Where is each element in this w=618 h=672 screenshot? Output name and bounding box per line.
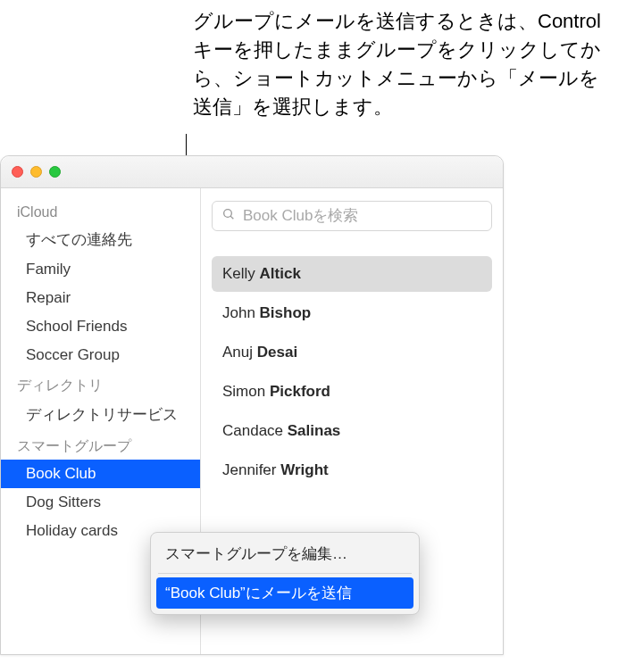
- menu-item[interactable]: スマートグループを編集…: [151, 538, 419, 569]
- minimize-button[interactable]: [30, 166, 42, 178]
- contact-last-name: Pickford: [270, 383, 330, 400]
- sidebar-section-header: スマートグループ: [1, 430, 200, 460]
- svg-line-1: [230, 216, 233, 219]
- contact-first-name: Anuj: [222, 344, 257, 361]
- sidebar-item[interactable]: すべての連絡先: [1, 224, 200, 255]
- menu-item[interactable]: “Book Club”にメールを送信: [156, 577, 413, 609]
- sidebar-item[interactable]: Repair: [1, 284, 200, 312]
- contact-first-name: Jennifer: [222, 461, 280, 478]
- search-input[interactable]: [243, 207, 482, 225]
- contact-first-name: Candace: [222, 422, 288, 439]
- contact-row[interactable]: John Bishop: [212, 295, 492, 331]
- sidebar-item[interactable]: Dog Sitters: [1, 488, 200, 517]
- contacts-list: Kelly AltickJohn BishopAnuj DesaiSimon P…: [212, 256, 492, 488]
- sidebar-section-header: iCloud: [1, 197, 200, 224]
- instruction-caption: グループにメールを送信するときは、Controlキーを押したままグループをクリッ…: [193, 7, 611, 121]
- contact-row[interactable]: Simon Pickford: [212, 374, 492, 410]
- sidebar-item[interactable]: Book Club: [1, 460, 200, 488]
- contact-last-name: Desai: [257, 344, 297, 361]
- contact-last-name: Altick: [260, 265, 301, 282]
- titlebar: [1, 156, 503, 188]
- context-menu: スマートグループを編集…“Book Club”にメールを送信: [150, 532, 420, 615]
- sidebar-item[interactable]: ディレクトリサービス: [1, 399, 200, 430]
- contact-row[interactable]: Jennifer Wright: [212, 452, 492, 488]
- sidebar-section-header: ディレクトリ: [1, 369, 200, 399]
- svg-point-0: [224, 210, 232, 218]
- contact-first-name: Kelly: [222, 265, 260, 282]
- contact-row[interactable]: Candace Salinas: [212, 413, 492, 449]
- contact-row[interactable]: Anuj Desai: [212, 335, 492, 370]
- contact-first-name: Simon: [222, 383, 270, 400]
- contact-row[interactable]: Kelly Altick: [212, 256, 492, 292]
- zoom-button[interactable]: [49, 166, 61, 178]
- menu-separator: [158, 573, 412, 574]
- sidebar-item[interactable]: School Friends: [1, 312, 200, 341]
- close-button[interactable]: [12, 166, 23, 178]
- search-field-wrapper[interactable]: [212, 201, 492, 231]
- search-icon: [221, 207, 236, 225]
- sidebar-item[interactable]: Family: [1, 255, 200, 284]
- contact-last-name: Wright: [280, 461, 329, 478]
- contact-first-name: John: [222, 304, 260, 321]
- contact-last-name: Salinas: [288, 422, 341, 439]
- sidebar-item[interactable]: Soccer Group: [1, 341, 200, 369]
- contact-last-name: Bishop: [260, 304, 312, 321]
